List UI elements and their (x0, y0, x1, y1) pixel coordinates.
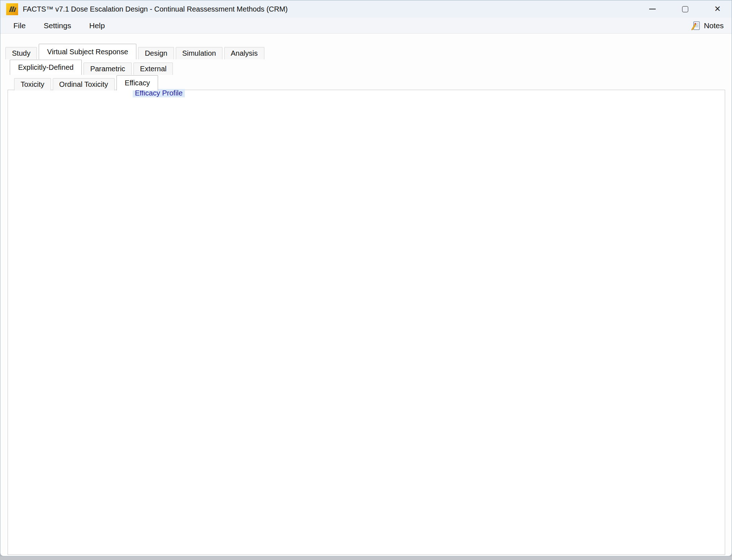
minimize-icon (649, 9, 656, 9)
response-tabs: Toxicity Ordinal Toxicity Efficacy (14, 75, 160, 90)
title-bar: FACTS™ v7.1 Dose Escalation Design - Con… (0, 0, 732, 18)
tab-simulation[interactable]: Simulation (176, 47, 222, 59)
maximize-button[interactable] (674, 0, 696, 18)
close-icon: ✕ (714, 5, 721, 13)
tab-design[interactable]: Design (138, 47, 174, 59)
notepad-pencil-icon (691, 21, 701, 31)
tab-analysis[interactable]: Analysis (224, 47, 264, 59)
maximize-icon (682, 6, 688, 12)
menu-help[interactable]: Help (83, 21, 111, 30)
app-icon (6, 3, 18, 15)
tab-parametric[interactable]: Parametric (84, 63, 132, 75)
app-window: FACTS™ v7.1 Dose Escalation Design - Con… (0, 0, 732, 556)
tab-study[interactable]: Study (5, 47, 37, 59)
tab-virtual-subject-response[interactable]: Virtual Subject Response (39, 44, 136, 59)
screen: FACTS™ v7.1 Dose Escalation Design - Con… (0, 0, 732, 560)
tab-toxicity[interactable]: Toxicity (14, 78, 51, 90)
close-button[interactable]: ✕ (706, 0, 729, 18)
vsr-tabs: Explicitly-Defined Parametric External (10, 60, 175, 75)
notes-button[interactable]: Notes (691, 18, 724, 34)
menu-settings[interactable]: Settings (37, 21, 78, 30)
tab-explicitly-defined[interactable]: Explicitly-Defined (10, 60, 82, 75)
tab-ordinal-toxicity[interactable]: Ordinal Toxicity (53, 78, 115, 90)
window-title: FACTS™ v7.1 Dose Escalation Design - Con… (23, 5, 288, 13)
notes-label: Notes (704, 21, 724, 30)
tab-external[interactable]: External (133, 63, 173, 75)
content-area (8, 90, 725, 555)
menu-bar: File Settings Help Notes (0, 18, 732, 34)
menu-file[interactable]: File (7, 21, 32, 30)
minimize-button[interactable] (641, 0, 664, 18)
taskbar-sliver (0, 556, 732, 560)
tab-efficacy[interactable]: Efficacy (116, 75, 158, 90)
main-tabs: Study Virtual Subject Response Design Si… (5, 44, 266, 59)
window-controls: ✕ (631, 0, 729, 18)
